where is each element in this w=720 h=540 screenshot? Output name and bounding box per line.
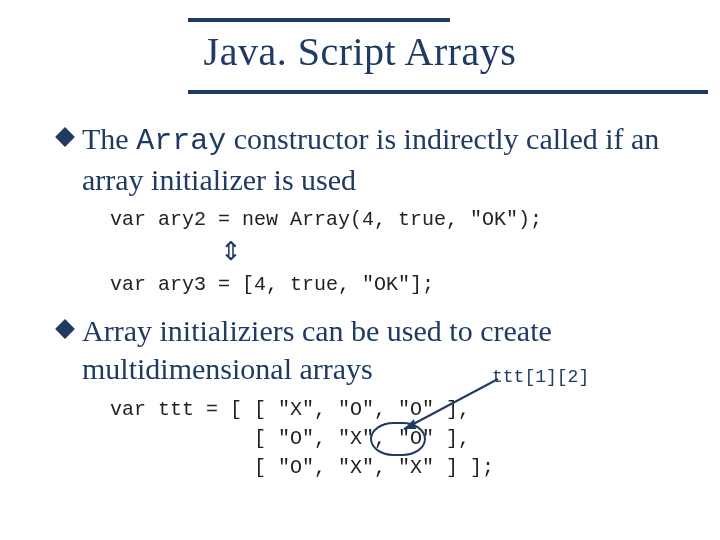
callout-label: ttt[1][2] bbox=[492, 367, 589, 387]
equiv-arrow-icon: ⇕ bbox=[220, 239, 670, 265]
bullet-1-code: Array bbox=[136, 124, 226, 158]
ttt-block: ttt[1][2] var ttt = [ [ "X", "O", "O" ],… bbox=[60, 395, 670, 482]
slide-title: Java. Script Arrays bbox=[0, 28, 720, 75]
code-ttt-line2: [ "O", "X", "O" ], bbox=[110, 424, 670, 453]
diamond-icon bbox=[55, 127, 75, 147]
bullet-1-pre: The bbox=[82, 122, 136, 155]
diamond-icon bbox=[55, 319, 75, 339]
code-ary3: var ary3 = [4, true, "OK"]; bbox=[110, 271, 670, 298]
rule-top bbox=[188, 18, 450, 22]
slide: Java. Script Arrays The Array constructo… bbox=[0, 0, 720, 540]
code-ttt-line3: [ "O", "X", "X" ] ]; bbox=[110, 453, 670, 482]
bullet-1: The Array constructor is indirectly call… bbox=[60, 120, 670, 198]
code-ttt-line1: var ttt = [ [ "X", "O", "O" ], bbox=[110, 395, 670, 424]
rule-bottom bbox=[188, 90, 708, 94]
code-ary2: var ary2 = new Array(4, true, "OK"); bbox=[110, 206, 670, 233]
slide-body: The Array constructor is indirectly call… bbox=[60, 120, 670, 482]
